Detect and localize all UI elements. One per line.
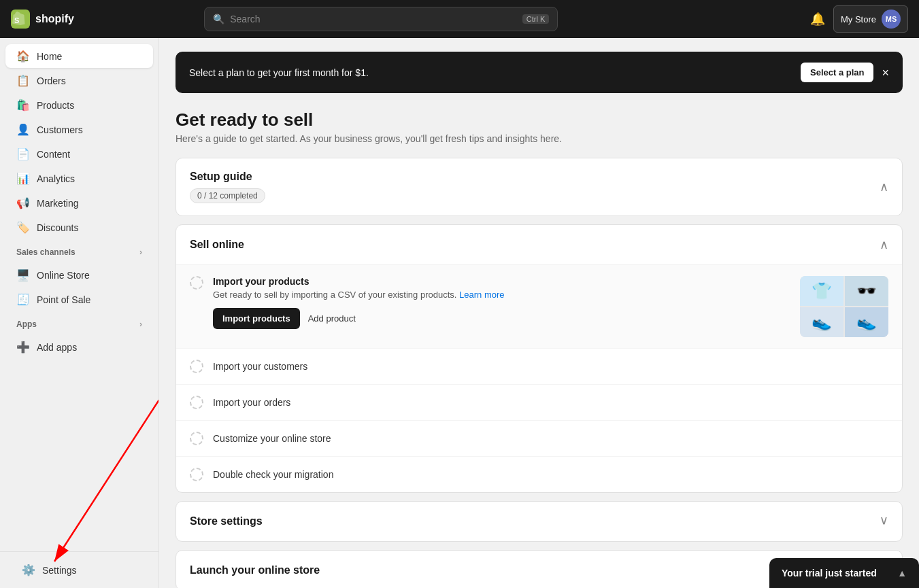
setup-guide-title: Setup guide	[190, 171, 265, 183]
task-label: Import your customers	[213, 361, 307, 372]
task-illustration: 👕 🕶️ 👟 👟	[800, 276, 888, 337]
learn-more-link[interactable]: Learn more	[459, 290, 504, 300]
task-active-content: Import your products Get ready to sell b…	[213, 276, 790, 329]
task-radio	[190, 396, 203, 409]
sidebar-item-home[interactable]: 🏠 Home	[5, 44, 153, 68]
settings-icon: ⚙️	[22, 564, 35, 576]
search-input[interactable]	[230, 14, 517, 24]
store-menu-button[interactable]: My Store MS	[833, 5, 908, 33]
page-header: Get ready to sell Here's a guide to get …	[176, 109, 903, 144]
apps-header[interactable]: Apps ›	[5, 314, 153, 334]
setup-guide-header[interactable]: Setup guide 0 / 12 completed ∧	[176, 158, 902, 215]
svg-text:S: S	[14, 16, 19, 24]
sell-online-card: Sell online ∧ Import your products Get r…	[176, 224, 903, 493]
sidebar-item-label: Analytics	[37, 173, 75, 184]
task-radio	[190, 360, 203, 373]
task-import-orders[interactable]: Import your orders	[176, 385, 902, 421]
marketing-icon: 📢	[16, 196, 30, 209]
sidebar-item-label: Customers	[37, 124, 83, 135]
sales-channels-chevron: ›	[139, 247, 142, 257]
sell-online-body: Import your products Get ready to sell b…	[176, 264, 902, 492]
task-radio	[190, 276, 203, 290]
top-navigation: S shopify 🔍 Ctrl K 🔔 My Store MS	[0, 0, 919, 38]
content-icon: 📄	[16, 148, 30, 160]
select-plan-button[interactable]: Select a plan	[801, 63, 873, 82]
task-actions: Import products Add product	[213, 308, 790, 329]
sidebar-item-customers[interactable]: 👤 Customers	[5, 118, 153, 141]
task-import-customers[interactable]: Import your customers	[176, 349, 902, 385]
sidebar-bottom: ⚙️ Settings	[0, 551, 158, 588]
sidebar-item-add-apps[interactable]: ➕ Add apps	[5, 335, 153, 359]
sidebar-item-label: Orders	[37, 75, 66, 86]
sell-online-chevron: ∧	[880, 237, 888, 252]
sidebar-item-label: Online Store	[37, 270, 90, 281]
sidebar-item-marketing[interactable]: 📢 Marketing	[5, 191, 153, 215]
page-title: Get ready to sell	[176, 109, 903, 131]
sidebar-item-online-store[interactable]: 🖥️ Online Store	[5, 263, 153, 287]
orders-icon: 📋	[16, 74, 30, 87]
ill-accessory: 👟	[845, 307, 888, 337]
task-double-check[interactable]: Double check your migration	[176, 457, 902, 492]
sidebar-item-label: Home	[37, 51, 62, 62]
search-icon: 🔍	[213, 14, 224, 24]
setup-guide-card: Setup guide 0 / 12 completed ∧	[176, 158, 903, 216]
task-label: Customize your online store	[213, 433, 331, 444]
sales-channels-header[interactable]: Sales channels ›	[5, 242, 153, 262]
sidebar-item-analytics[interactable]: 📊 Analytics	[5, 167, 153, 190]
ill-sunglasses: 🕶️	[845, 276, 888, 306]
customers-icon: 👤	[16, 123, 30, 136]
sidebar-item-discounts[interactable]: 🏷️ Discounts	[5, 215, 153, 239]
sidebar-item-orders[interactable]: 📋 Orders	[5, 69, 153, 92]
search-bar[interactable]: 🔍 Ctrl K	[204, 7, 558, 31]
sidebar-item-pos[interactable]: 🧾 Point of Sale	[5, 288, 153, 311]
apps-label: Apps	[16, 319, 37, 329]
sidebar-nav: 🏠 Home 📋 Orders 🛍️ Products 👤 Customers …	[0, 38, 158, 551]
sidebar-item-label: Marketing	[37, 198, 78, 209]
banner-close-button[interactable]: ×	[882, 67, 889, 79]
setup-guide-chevron: ∧	[880, 179, 888, 194]
banner-text: Select a plan to get your first month fo…	[189, 67, 369, 78]
sidebar-item-label: Point of Sale	[37, 294, 90, 305]
online-store-icon: 🖥️	[16, 269, 30, 281]
discounts-icon: 🏷️	[16, 221, 30, 234]
import-products-button[interactable]: Import products	[213, 308, 300, 329]
sidebar-item-products[interactable]: 🛍️ Products	[5, 93, 153, 117]
search-shortcut: Ctrl K	[522, 14, 550, 24]
launch-store-title: Launch your online store	[190, 564, 320, 576]
task-radio	[190, 468, 203, 481]
sell-online-header[interactable]: Sell online ∧	[176, 225, 902, 264]
add-apps-icon: ➕	[16, 341, 30, 353]
task-customize-store[interactable]: Customize your online store	[176, 421, 902, 457]
task-radio	[190, 432, 203, 445]
plan-banner: Select a plan to get your first month fo…	[176, 52, 903, 93]
sidebar-item-label: Products	[37, 100, 74, 111]
trial-toast[interactable]: Your trial just started ▲	[769, 558, 919, 588]
pos-icon: 🧾	[16, 293, 30, 306]
main-content: Select a plan to get your first month fo…	[159, 38, 919, 588]
progress-badge: 0 / 12 completed	[190, 188, 265, 203]
store-settings-header[interactable]: Store settings ∧	[176, 502, 902, 541]
trial-toast-text: Your trial just started	[782, 568, 877, 578]
add-product-button[interactable]: Add product	[305, 308, 358, 329]
apps-chevron: ›	[139, 319, 142, 329]
task-label: Double check your migration	[213, 469, 333, 480]
bell-icon: 🔔	[810, 12, 825, 27]
logo[interactable]: S shopify	[11, 10, 74, 29]
sidebar-item-content[interactable]: 📄 Content	[5, 142, 153, 166]
sidebar-item-label: Discounts	[37, 222, 78, 233]
sidebar-item-settings[interactable]: ⚙️ Settings	[11, 558, 148, 582]
notifications-button[interactable]: 🔔	[810, 12, 825, 27]
store-settings-card: Store settings ∧	[176, 501, 903, 542]
sidebar-item-label: Content	[37, 149, 70, 160]
task-label: Import your products	[213, 276, 790, 287]
page-subtitle: Here's a guide to get started. As your b…	[176, 133, 903, 144]
ill-tshirt: 👕	[800, 276, 843, 306]
logo-text: shopify	[35, 13, 74, 25]
home-icon: 🏠	[16, 50, 30, 63]
app-body: 🏠 Home 📋 Orders 🛍️ Products 👤 Customers …	[0, 38, 919, 588]
sidebar: 🏠 Home 📋 Orders 🛍️ Products 👤 Customers …	[0, 38, 159, 588]
task-import-products[interactable]: Import your products Get ready to sell b…	[176, 265, 902, 349]
avatar: MS	[882, 10, 901, 29]
analytics-icon: 📊	[16, 172, 30, 185]
ill-shoe: 👟	[800, 307, 843, 337]
